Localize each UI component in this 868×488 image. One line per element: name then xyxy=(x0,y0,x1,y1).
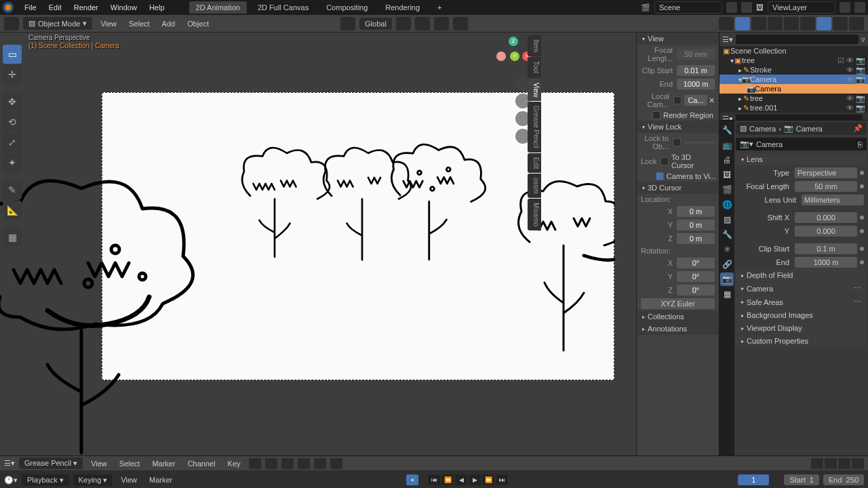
jump-end-button[interactable]: ⏭ xyxy=(496,474,508,485)
anim-dot[interactable] xyxy=(860,216,864,220)
tool-scale[interactable]: ⤢ xyxy=(3,133,22,152)
pivot-icon[interactable] xyxy=(396,17,411,30)
npanel-annotations-header[interactable]: Annotations xyxy=(637,323,719,335)
dopesheet-mode[interactable]: Grease Pencil ▾ xyxy=(19,458,83,469)
outliner-row-selected[interactable]: ▾ 📷Camera👁 📷 xyxy=(719,75,868,84)
focal-length-field[interactable]: 50 mm xyxy=(795,181,857,192)
ds-btn6[interactable] xyxy=(330,458,342,469)
overlay-icon[interactable] xyxy=(751,17,766,30)
editor-type-icon[interactable]: 🕐▾ xyxy=(4,476,18,485)
tool-rotate[interactable]: ⟲ xyxy=(3,113,22,131)
ds-key[interactable]: Key xyxy=(224,458,245,469)
local-cam-check[interactable] xyxy=(673,96,682,104)
outliner-row-root[interactable]: ▣Scene Collection xyxy=(719,46,868,56)
ptab-render[interactable]: 📺 xyxy=(720,138,734,152)
render-region-check[interactable] xyxy=(652,111,660,119)
workspace-2d-full-canvas[interactable]: 2D Full Canvas xyxy=(251,1,315,14)
pin-icon[interactable]: 📌 xyxy=(853,124,863,133)
filter-toggle-icon[interactable]: ☰▾ xyxy=(722,115,733,121)
camera-to-view-check[interactable] xyxy=(656,172,664,180)
vtab-tool[interactable]: Tool xyxy=(528,57,541,77)
vtab-mixamo[interactable]: Mixamo xyxy=(528,199,541,230)
ptab-texture[interactable]: ▦ xyxy=(720,287,734,301)
outliner-row[interactable]: ▸ ✎tree👁 📷 xyxy=(719,94,868,103)
tl-marker[interactable]: Marker xyxy=(145,474,176,485)
ptab-constraints[interactable]: 🔗 xyxy=(720,258,734,271)
ds-btn4[interactable] xyxy=(298,458,310,469)
visibility-icon[interactable] xyxy=(719,17,734,30)
ptab-scene[interactable]: 🎬 xyxy=(720,183,734,197)
tool-measure[interactable]: 📐 xyxy=(3,201,22,220)
tool-cursor[interactable]: ✛ xyxy=(3,65,22,84)
ds-btn1[interactable] xyxy=(249,458,261,469)
tool-move[interactable]: ✥ xyxy=(3,92,22,111)
gizmo-neg-x[interactable] xyxy=(496,52,506,61)
viewlayer-selector[interactable]: ViewLayer xyxy=(768,1,835,14)
datablock-name-field[interactable]: 📷▾Camera ⎘ xyxy=(736,138,867,150)
xray-icon[interactable] xyxy=(768,17,783,30)
lock-3dcursor-check[interactable] xyxy=(660,157,669,165)
shading-dropdown-icon[interactable] xyxy=(849,17,864,30)
workspace-rendering[interactable]: Rendering xyxy=(378,1,427,14)
npanel-viewlock-header[interactable]: View Lock xyxy=(637,121,719,133)
ptab-camera-data[interactable]: 📷 xyxy=(720,272,734,286)
ptab-object[interactable]: ▨ xyxy=(720,213,734,226)
panel-bgimages[interactable]: Background Images xyxy=(736,309,867,321)
ds-filter4[interactable] xyxy=(852,458,864,469)
header-add[interactable]: Add xyxy=(158,18,180,30)
outliner-filter-search[interactable] xyxy=(736,115,863,121)
anim-dot[interactable] xyxy=(860,171,864,175)
scene-delete-icon[interactable] xyxy=(741,2,752,13)
keyframe-prev-button[interactable]: ⏪ xyxy=(441,474,454,485)
anim-dot[interactable] xyxy=(860,247,864,251)
anim-dot[interactable] xyxy=(860,260,864,264)
outliner-row[interactable]: ▸ ✎Stroke👁 📷 xyxy=(719,65,868,75)
tl-view[interactable]: View xyxy=(117,474,141,485)
cursor-ry-field[interactable]: 0° xyxy=(677,271,715,282)
lock-to-ob-field[interactable] xyxy=(673,138,681,146)
lens-panel-header[interactable]: Lens xyxy=(736,153,867,165)
ds-btn3[interactable] xyxy=(281,458,294,469)
gizmo-toggle-icon[interactable] xyxy=(735,17,750,30)
npanel-collections-header[interactable]: Collections xyxy=(637,310,719,323)
panel-camera[interactable]: Camera⋯ xyxy=(736,282,867,295)
ds-select[interactable]: Select xyxy=(115,458,144,469)
panel-custom-props[interactable]: Custom Properties xyxy=(736,335,867,347)
snap-icon[interactable] xyxy=(415,17,430,30)
panel-dof[interactable]: Depth of Field xyxy=(736,269,867,281)
cursor-rx-field[interactable]: 0° xyxy=(677,258,715,268)
datablock-new-icon[interactable]: ⎘ xyxy=(858,140,863,148)
clipend-field[interactable]: 1000 m xyxy=(795,257,857,268)
npanel-view-header[interactable]: View xyxy=(637,33,719,45)
vtab-item[interactable]: Item xyxy=(528,35,541,56)
viewlayer-new-icon[interactable] xyxy=(840,2,850,13)
workspace-add[interactable]: + xyxy=(431,1,448,14)
ds-btn2[interactable] xyxy=(265,458,277,469)
keying-dropdown[interactable]: Keying ▾ xyxy=(73,474,113,486)
ds-channel[interactable]: Channel xyxy=(184,458,220,469)
start-frame-field[interactable]: Start 1 xyxy=(784,474,818,485)
autokey-toggle[interactable]: ● xyxy=(406,474,418,485)
mode-selector[interactable]: ▧ Object Mode ▾ xyxy=(23,17,92,30)
ptab-physics[interactable]: ⚛ xyxy=(720,243,734,256)
proportional-icon[interactable] xyxy=(453,17,468,30)
shading-wire-icon[interactable] xyxy=(784,17,799,30)
gizmo-y-axis[interactable]: Y xyxy=(510,52,519,61)
gizmo-z-axis[interactable]: Z xyxy=(509,37,518,46)
snap-target-icon[interactable] xyxy=(434,17,449,30)
editor-type-icon[interactable]: ☰▾ xyxy=(4,459,15,468)
clip-start-field[interactable]: 0.01 m xyxy=(677,65,715,76)
close-icon[interactable]: ✕ xyxy=(709,96,715,105)
menu-help[interactable]: Help xyxy=(144,1,170,14)
vtab-greasepencil[interactable]: Grease Pencil xyxy=(528,102,541,152)
ptab-output[interactable]: 🖨 xyxy=(720,153,734,167)
menu-file[interactable]: File xyxy=(19,1,42,14)
header-view[interactable]: View xyxy=(96,18,121,30)
clip-end-field[interactable]: 1000 m xyxy=(677,79,715,89)
header-select[interactable]: Select xyxy=(125,18,154,30)
scene-selector[interactable]: Scene xyxy=(654,1,722,14)
list-icon[interactable]: ⋯ xyxy=(854,284,861,293)
clipstart-field[interactable]: 0.1 m xyxy=(795,243,857,254)
workspace-2d-animation[interactable]: 2D Animation xyxy=(189,1,247,14)
vtab-ossm[interactable]: ossm xyxy=(528,174,541,198)
